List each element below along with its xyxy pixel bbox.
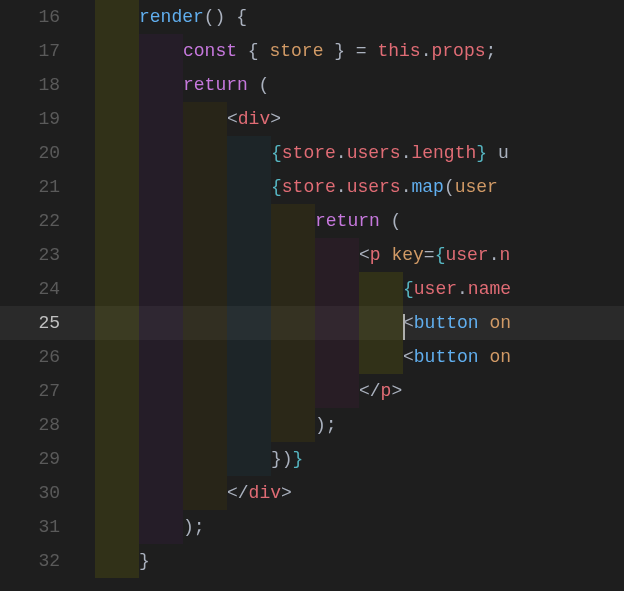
indent-rainbow-block (183, 102, 227, 136)
indent-rainbow-block (95, 510, 139, 544)
indent-rainbow-block (95, 408, 139, 442)
code-line[interactable]: })} (95, 442, 624, 476)
line-number: 26 (0, 340, 60, 374)
code-line-text: {user.name (403, 272, 511, 306)
code-line[interactable]: {store.users.length} u (95, 136, 624, 170)
syntax-token: users (347, 177, 401, 197)
code-line[interactable]: {user.name (95, 272, 624, 306)
indent-rainbow-block (315, 272, 359, 306)
indent-rainbow-block (139, 408, 183, 442)
indent-rainbow-block (139, 510, 183, 544)
line-number: 28 (0, 408, 60, 442)
syntax-token: div (249, 483, 281, 503)
line-number: 30 (0, 476, 60, 510)
code-line[interactable]: </div> (95, 476, 624, 510)
code-line-text: return ( (315, 204, 401, 238)
syntax-token: const (183, 41, 237, 61)
syntax-token: store (282, 177, 336, 197)
indent-rainbow-block (271, 272, 315, 306)
line-number: 16 (0, 0, 60, 34)
line-number: 19 (0, 102, 60, 136)
indent-rainbow-block (227, 306, 271, 340)
code-line-text: {store.users.map(user (271, 170, 509, 204)
code-line[interactable]: </p> (95, 374, 624, 408)
indent-rainbow-block (95, 306, 139, 340)
syntax-token: . (401, 143, 412, 163)
syntax-token: } (476, 143, 487, 163)
indent-rainbow-block (183, 306, 227, 340)
syntax-token: </ (359, 381, 381, 401)
indent-rainbow-block (139, 68, 183, 102)
syntax-token: div (238, 109, 270, 129)
syntax-token: < (227, 109, 238, 129)
code-line[interactable]: ); (95, 408, 624, 442)
syntax-token: ( (380, 211, 402, 231)
code-line[interactable]: {store.users.map(user (95, 170, 624, 204)
code-line-text: {store.users.length} u (271, 136, 509, 170)
syntax-token: store (269, 41, 323, 61)
indent-rainbow-block (227, 408, 271, 442)
text-cursor (403, 314, 405, 340)
indent-rainbow-block (139, 238, 183, 272)
code-line[interactable]: return ( (95, 68, 624, 102)
indent-rainbow-block (183, 136, 227, 170)
line-number: 29 (0, 442, 60, 476)
code-line-text: render() { (139, 0, 247, 34)
syntax-token: on (489, 347, 511, 367)
syntax-token: } = (323, 41, 377, 61)
code-line[interactable]: ); (95, 510, 624, 544)
code-line[interactable]: <button on (95, 306, 624, 340)
syntax-token: key (391, 245, 423, 265)
syntax-token: users (347, 143, 401, 163)
code-line[interactable]: const { store } = this.props; (95, 34, 624, 68)
syntax-token: p (370, 245, 381, 265)
syntax-token (498, 177, 509, 197)
indent-rainbow-block (139, 136, 183, 170)
indent-rainbow-block (315, 306, 359, 340)
code-line-text: } (139, 544, 150, 578)
indent-rainbow-block (183, 204, 227, 238)
syntax-token: user (414, 279, 457, 299)
line-number: 24 (0, 272, 60, 306)
line-number: 27 (0, 374, 60, 408)
syntax-token: . (401, 177, 412, 197)
code-line-text: </p> (359, 374, 402, 408)
code-line-text: <button on (403, 340, 511, 374)
code-line[interactable]: <button on (95, 340, 624, 374)
line-number: 23 (0, 238, 60, 272)
code-line-text: const { store } = this.props; (183, 34, 496, 68)
indent-rainbow-block (95, 136, 139, 170)
line-number: 20 (0, 136, 60, 170)
indent-rainbow-block (227, 238, 271, 272)
syntax-token (381, 245, 392, 265)
indent-rainbow-block (95, 272, 139, 306)
syntax-token: < (403, 347, 414, 367)
code-line[interactable]: } (95, 544, 624, 578)
syntax-token (479, 313, 490, 333)
indent-rainbow-block (227, 136, 271, 170)
syntax-token: ); (315, 415, 337, 435)
indent-rainbow-block (227, 170, 271, 204)
syntax-token: on (489, 313, 511, 333)
indent-rainbow-block (95, 374, 139, 408)
syntax-token: user (445, 245, 488, 265)
line-number: 32 (0, 544, 60, 578)
line-number: 22 (0, 204, 60, 238)
code-editor-content[interactable]: render() {const { store } = this.props;r… (95, 0, 624, 591)
code-line[interactable]: <div> (95, 102, 624, 136)
code-line[interactable]: render() { (95, 0, 624, 34)
indent-rainbow-block (95, 544, 139, 578)
indent-rainbow-block (95, 34, 139, 68)
code-line[interactable]: return ( (95, 204, 624, 238)
syntax-token: store (282, 143, 336, 163)
indent-rainbow-block (95, 68, 139, 102)
syntax-token: ; (486, 41, 497, 61)
indent-rainbow-block (183, 374, 227, 408)
indent-rainbow-block (271, 306, 315, 340)
indent-rainbow-block (95, 340, 139, 374)
indent-rainbow-block (95, 0, 139, 34)
indent-rainbow-block (315, 238, 359, 272)
code-line-text: ); (183, 510, 205, 544)
indent-rainbow-block (183, 408, 227, 442)
code-line[interactable]: <p key={user.n (95, 238, 624, 272)
